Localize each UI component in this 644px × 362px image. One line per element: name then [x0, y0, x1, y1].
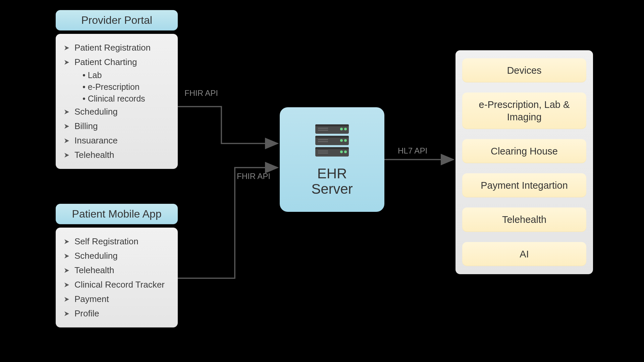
- chevron-right-icon: [64, 238, 70, 245]
- feature-label: Billing: [74, 121, 98, 131]
- feature-item: Profile: [64, 306, 170, 321]
- sub-item: • Clinical records: [83, 93, 170, 105]
- service-box: Payment Integartion: [462, 173, 586, 197]
- feature-label: Self Registration: [74, 236, 139, 247]
- feature-item: Telehealth: [64, 148, 170, 162]
- ehr-server-box: EHR Server: [280, 107, 384, 212]
- svg-marker-1: [64, 60, 69, 65]
- svg-marker-7: [64, 254, 69, 258]
- feature-item: Patient Registration: [64, 41, 170, 55]
- feature-label: Telehealth: [74, 150, 114, 160]
- feature-item: Payment: [64, 292, 170, 306]
- svg-marker-3: [64, 124, 69, 129]
- feature-label: Payment: [74, 294, 109, 304]
- svg-marker-2: [64, 110, 69, 114]
- chevron-right-icon: [64, 152, 70, 159]
- chevron-right-icon: [64, 137, 70, 144]
- svg-marker-8: [64, 268, 69, 273]
- svg-rect-13: [315, 124, 349, 126]
- feature-label: Telehealth: [74, 265, 114, 276]
- connector-label-bottom: FHIR API: [237, 172, 270, 181]
- provider-portal-body: Patient RegistrationPatient Charting• La…: [56, 34, 178, 169]
- svg-rect-19: [315, 136, 349, 138]
- svg-rect-22: [318, 139, 328, 140]
- svg-rect-28: [318, 150, 328, 152]
- svg-rect-23: [318, 141, 328, 142]
- feature-item: Clinical Record Tracker: [64, 278, 170, 292]
- feature-label: Scheduling: [74, 107, 118, 117]
- chevron-right-icon: [64, 267, 70, 274]
- feature-item: Self Registration: [64, 234, 170, 249]
- svg-point-14: [340, 128, 343, 130]
- service-box: AI: [462, 242, 586, 266]
- svg-marker-6: [64, 239, 69, 244]
- svg-marker-11: [64, 311, 69, 316]
- chevron-right-icon: [64, 282, 70, 288]
- svg-rect-25: [315, 147, 349, 149]
- sub-item: • e-Prescription: [83, 81, 170, 93]
- chevron-right-icon: [64, 59, 70, 66]
- feature-item: Telehealth: [64, 263, 170, 278]
- svg-rect-16: [318, 128, 328, 129]
- feature-label: Patient Registration: [74, 43, 151, 53]
- feature-label: Clinical Record Tracker: [74, 280, 165, 290]
- feature-label: Insuarance: [74, 135, 118, 146]
- feature-label: Scheduling: [74, 251, 118, 261]
- provider-portal-panel: Provider Portal Patient RegistrationPati…: [56, 10, 178, 169]
- svg-marker-9: [64, 283, 69, 287]
- svg-marker-0: [64, 46, 69, 50]
- chevron-right-icon: [64, 310, 70, 317]
- patient-app-title: Patient Mobile App: [56, 204, 178, 224]
- feature-item: Insuarance: [64, 133, 170, 148]
- feature-label: Patient Charting: [74, 57, 137, 67]
- sub-item: • Lab: [83, 69, 170, 81]
- svg-marker-5: [64, 153, 69, 158]
- service-box: Telehealth: [462, 207, 586, 232]
- feature-item: Scheduling: [64, 105, 170, 119]
- chevron-right-icon: [64, 253, 70, 259]
- chevron-right-icon: [64, 109, 70, 115]
- chevron-right-icon: [64, 123, 70, 130]
- chevron-right-icon: [64, 45, 70, 51]
- svg-point-26: [340, 150, 343, 153]
- service-box: Clearing House: [462, 139, 586, 163]
- chevron-right-icon: [64, 296, 70, 303]
- connector-label-right: HL7 API: [398, 146, 427, 156]
- svg-point-21: [344, 139, 347, 142]
- feature-item: Patient Charting: [64, 55, 170, 69]
- connector-label-top: FHIR API: [184, 88, 218, 98]
- patient-app-panel: Patient Mobile App Self RegistrationSche…: [56, 204, 178, 327]
- ehr-title: EHR Server: [311, 166, 353, 197]
- feature-item: Billing: [64, 119, 170, 133]
- svg-marker-4: [64, 138, 69, 143]
- sub-items: • Lab• e-Prescription• Clinical records: [64, 69, 170, 105]
- services-panel: Devicese-Prescription, Lab & ImagingClea…: [455, 50, 593, 274]
- svg-point-27: [344, 150, 347, 153]
- svg-point-15: [344, 128, 347, 130]
- service-box: Devices: [462, 58, 586, 82]
- svg-rect-17: [318, 130, 328, 131]
- svg-rect-29: [318, 153, 328, 154]
- feature-label: Profile: [74, 308, 99, 319]
- svg-point-20: [340, 139, 343, 142]
- provider-portal-title: Provider Portal: [56, 10, 178, 31]
- feature-item: Scheduling: [64, 249, 170, 263]
- svg-marker-10: [64, 297, 69, 302]
- service-box: e-Prescription, Lab & Imaging: [462, 93, 586, 129]
- patient-app-body: Self RegistrationSchedulingTelehealthCli…: [56, 228, 178, 327]
- server-icon: [312, 122, 352, 159]
